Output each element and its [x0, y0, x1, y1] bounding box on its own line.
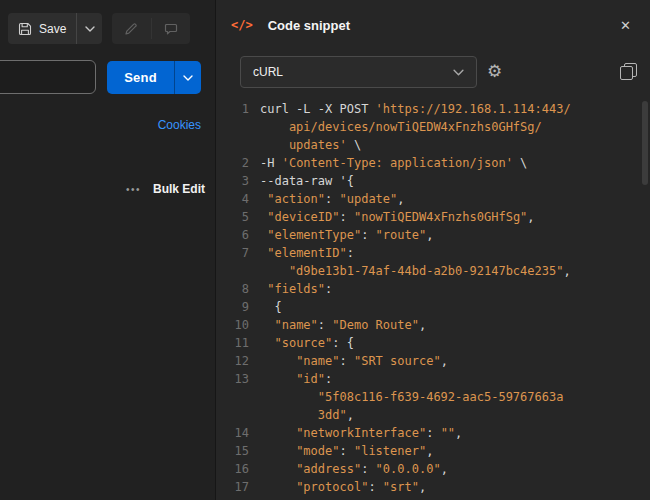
send-button-group: Send — [107, 61, 201, 94]
code-text: --data-raw '{ — [260, 172, 354, 190]
save-dropdown-button[interactable] — [77, 13, 102, 44]
bulk-edit-button[interactable]: Bulk Edit — [153, 182, 205, 196]
line-number — [216, 388, 260, 406]
line-number — [216, 118, 260, 136]
save-button[interactable]: Save — [8, 13, 76, 44]
panel-title: Code snippet — [268, 18, 615, 33]
line-number: 14 — [216, 424, 260, 442]
code-text: api/devices/nowTiQEDW4xFnzhs0GHfSg/ — [260, 118, 542, 136]
code-line: updates' \ — [216, 136, 650, 154]
code-lines: 1curl -L -X POST 'https://192.168.1.114:… — [216, 100, 650, 496]
code-text: "name": "Demo Route", — [260, 316, 426, 334]
code-line: 14 "networkInterface": "", — [216, 424, 650, 442]
send-dropdown-button[interactable] — [175, 61, 201, 94]
line-number: 11 — [216, 334, 260, 352]
code-line: 6 "elementType": "route", — [216, 226, 650, 244]
line-number: 1 — [216, 100, 260, 118]
code-text: "address": "0.0.0.0", — [260, 460, 448, 478]
code-text: "action": "update", — [260, 190, 405, 208]
code-line: 3--data-raw '{ — [216, 172, 650, 190]
url-input[interactable] — [0, 60, 96, 94]
pencil-icon — [124, 22, 138, 36]
code-line: 7 "elementID": — [216, 244, 650, 262]
code-line: 15 "mode": "listener", — [216, 442, 650, 460]
code-text: "fields": — [260, 280, 332, 298]
code-text: "5f08c116-f639-4692-aac5-59767663a — [260, 388, 563, 406]
code-line: 12 "name": "SRT source", — [216, 352, 650, 370]
line-number: 4 — [216, 190, 260, 208]
line-number: 7 — [216, 244, 260, 262]
request-pane: Save Send — [0, 0, 215, 500]
settings-gear-icon[interactable]: ⚙ — [487, 61, 502, 83]
cookies-link[interactable]: Cookies — [40, 118, 201, 132]
code-text: -H 'Content-Type: application/json' \ — [260, 154, 527, 172]
code-line: api/devices/nowTiQEDW4xFnzhs0GHfSg/ — [216, 118, 650, 136]
line-number: 10 — [216, 316, 260, 334]
line-number — [216, 262, 260, 280]
send-button[interactable]: Send — [107, 61, 174, 94]
code-text: { — [260, 298, 282, 316]
language-select[interactable]: cURL — [240, 56, 477, 88]
line-number: 16 — [216, 460, 260, 478]
line-number: 8 — [216, 280, 260, 298]
code-text: "deviceID": "nowTiQEDW4xFnzhs0GHfSg", — [260, 208, 535, 226]
line-number — [216, 136, 260, 154]
code-snippet-panel: </> Code snippet ✕ cURL ⚙ 1curl -L -X PO… — [215, 0, 650, 500]
code-line: 2-H 'Content-Type: application/json' \ — [216, 154, 650, 172]
code-line: 4 "action": "update", — [216, 190, 650, 208]
code-line: 9 { — [216, 298, 650, 316]
line-number — [216, 406, 260, 424]
line-number: 13 — [216, 370, 260, 388]
edit-button[interactable] — [112, 13, 151, 44]
code-icon: </> — [231, 18, 253, 32]
code-text: "id": — [260, 370, 332, 388]
code-text: 3dd", — [260, 406, 354, 424]
code-line: 17 "protocol": "srt", — [216, 478, 650, 496]
language-select-value: cURL — [253, 65, 283, 79]
code-line: 3dd", — [216, 406, 650, 424]
code-line: 13 "id": — [216, 370, 650, 388]
save-icon — [18, 22, 32, 36]
code-line: 5 "deviceID": "nowTiQEDW4xFnzhs0GHfSg", — [216, 208, 650, 226]
code-text: updates' \ — [260, 136, 361, 154]
request-actions-group — [112, 13, 190, 44]
code-snippet-header: </> Code snippet ✕ — [216, 0, 650, 50]
comments-button[interactable] — [152, 13, 191, 44]
code-line: 8 "fields": — [216, 280, 650, 298]
line-number: 3 — [216, 172, 260, 190]
line-number: 17 — [216, 478, 260, 496]
comment-icon — [164, 22, 178, 36]
close-icon[interactable]: ✕ — [615, 15, 636, 36]
code-text: "mode": "listener", — [260, 442, 433, 460]
save-button-group: Save — [8, 13, 102, 44]
save-button-label: Save — [39, 22, 66, 36]
code-line: 16 "address": "0.0.0.0", — [216, 460, 650, 478]
code-text: "name": "SRT source", — [260, 352, 448, 370]
code-text: "elementType": "route", — [260, 226, 433, 244]
code-line: 1curl -L -X POST 'https://192.168.1.114:… — [216, 100, 650, 118]
app-root: Save Send — [0, 0, 650, 500]
code-line: 11 "source": { — [216, 334, 650, 352]
copy-icon[interactable] — [620, 63, 637, 80]
code-text: "protocol": "srt", — [260, 478, 426, 496]
code-line: "5f08c116-f639-4692-aac5-59767663a — [216, 388, 650, 406]
more-actions-icon[interactable]: ••• — [126, 184, 141, 195]
line-number: 2 — [216, 154, 260, 172]
line-number: 5 — [216, 208, 260, 226]
code-line: 10 "name": "Demo Route", — [216, 316, 650, 334]
chevron-down-icon — [183, 75, 193, 81]
scrollbar-thumb[interactable] — [642, 101, 648, 185]
code-text: "networkInterface": "", — [260, 424, 462, 442]
code-text: "elementID": — [260, 244, 354, 262]
line-number: 6 — [216, 226, 260, 244]
send-button-label: Send — [124, 70, 157, 85]
code-text: "source": { — [260, 334, 354, 352]
code-line: "d9be13b1-74af-44bd-a2b0-92147bc4e235", — [216, 262, 650, 280]
code-text: curl -L -X POST 'https://192.168.1.114:4… — [260, 100, 571, 118]
code-editor[interactable]: 1curl -L -X POST 'https://192.168.1.114:… — [216, 96, 650, 500]
code-text: "d9be13b1-74af-44bd-a2b0-92147bc4e235", — [260, 262, 571, 280]
line-number: 9 — [216, 298, 260, 316]
line-number: 12 — [216, 352, 260, 370]
chevron-down-icon — [453, 69, 464, 76]
chevron-down-icon — [85, 26, 95, 32]
